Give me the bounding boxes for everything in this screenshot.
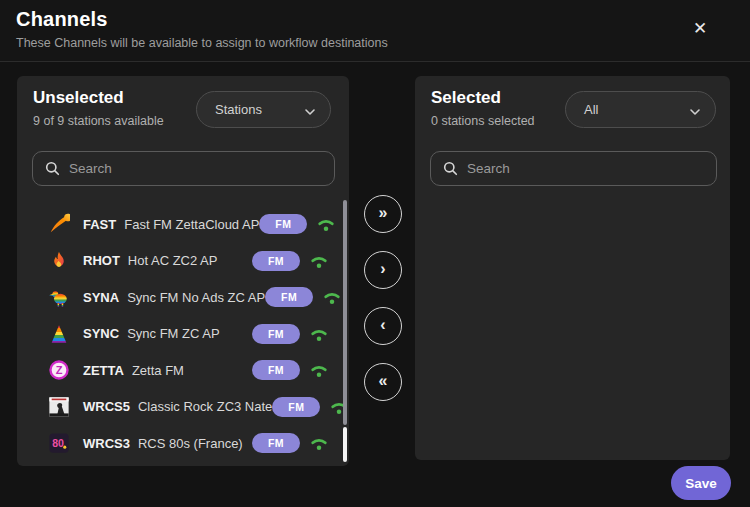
search-icon xyxy=(443,161,458,176)
save-button[interactable]: Save xyxy=(671,466,731,500)
transfer-button-column: »›‹« xyxy=(364,195,402,401)
close-icon[interactable]: ✕ xyxy=(690,19,710,39)
stations-filter-dropdown[interactable]: Stations xyxy=(196,91,331,128)
wifi-icon xyxy=(316,214,336,234)
scrollbar-thumb-end[interactable] xyxy=(343,427,347,462)
modal-subtitle: These Channels will be available to assi… xyxy=(16,36,388,50)
stations-filter-value: Stations xyxy=(215,102,262,117)
station-name: Sync FM ZC AP xyxy=(127,326,219,341)
list-scrollbar[interactable] xyxy=(343,200,347,462)
all-filter-dropdown[interactable]: All xyxy=(565,91,716,128)
move-right-button[interactable]: › xyxy=(364,251,402,289)
search-input[interactable] xyxy=(467,161,704,176)
station-code: WRCS3 xyxy=(83,436,130,451)
station-name: Zetta FM xyxy=(132,363,184,378)
scrollbar-thumb[interactable] xyxy=(343,200,347,425)
unselected-station-list: FASTFast FM ZettaCloud APFMRHOTHot AC ZC… xyxy=(17,206,349,462)
chevron-down-icon xyxy=(304,104,316,116)
station-code: WRCS5 xyxy=(83,399,130,414)
fm-badge: FM xyxy=(272,397,320,417)
wifi-icon xyxy=(309,251,329,271)
selected-search xyxy=(430,151,717,186)
selected-title: Selected xyxy=(431,88,501,108)
station-row[interactable]: SYNCSync FM ZC APFM xyxy=(17,316,349,353)
station-code: SYNC xyxy=(83,326,119,341)
all-filter-value: All xyxy=(584,102,598,117)
station-name: Fast FM ZettaCloud AP xyxy=(124,217,259,232)
wifi-icon xyxy=(309,433,329,453)
station-code: RHOT xyxy=(83,253,120,268)
unselected-search xyxy=(32,151,335,186)
flame-icon xyxy=(48,250,70,272)
station-name: Classic Rock ZC3 Nate xyxy=(138,399,272,414)
wifi-icon xyxy=(322,287,342,307)
chevron-down-icon xyxy=(689,104,701,116)
station-name: Sync FM No Ads ZC AP xyxy=(127,290,265,305)
station-name: Hot AC ZC2 AP xyxy=(128,253,218,268)
modal-header: Channels These Channels will be availabl… xyxy=(0,0,750,62)
wifi-icon xyxy=(309,360,329,380)
station-row[interactable]: FASTFast FM ZettaCloud APFM xyxy=(17,206,349,243)
svg-text:80: 80 xyxy=(52,437,64,449)
cone-icon xyxy=(48,323,70,345)
station-row[interactable]: WRCS5Classic Rock ZC3 NateFM xyxy=(17,389,349,426)
unselected-panel: Unselected 9 of 9 stations available Sta… xyxy=(17,76,349,466)
move-left-button[interactable]: ‹ xyxy=(364,307,402,345)
search-icon xyxy=(45,161,60,176)
svg-text:Z: Z xyxy=(56,364,63,376)
station-code: SYNA xyxy=(83,290,119,305)
move-all-left-button[interactable]: « xyxy=(364,363,402,401)
search-input[interactable] xyxy=(69,161,322,176)
fm-badge: FM xyxy=(252,360,300,380)
wifi-icon xyxy=(309,324,329,344)
unselected-title: Unselected xyxy=(33,88,124,108)
selected-panel: Selected 0 stations selected All xyxy=(415,76,730,460)
album-icon xyxy=(48,396,70,418)
page-title: Channels xyxy=(16,8,108,31)
station-name: RCS 80s (France) xyxy=(138,436,243,451)
station-code: ZETTA xyxy=(83,363,124,378)
station-row[interactable]: RHOTHot AC ZC2 APFM xyxy=(17,243,349,280)
fm-badge: FM xyxy=(259,214,307,234)
fm-badge: FM xyxy=(252,324,300,344)
unselected-count: 9 of 9 stations available xyxy=(33,114,164,128)
station-row[interactable]: SYNASync FM No Ads ZC APFM xyxy=(17,279,349,316)
station-code: FAST xyxy=(83,217,116,232)
eighties-icon: 80 xyxy=(48,432,70,454)
kiwi-icon xyxy=(48,286,70,308)
comet-icon xyxy=(48,213,70,235)
selected-count: 0 stations selected xyxy=(431,114,535,128)
fm-badge: FM xyxy=(265,287,313,307)
move-all-right-button[interactable]: » xyxy=(364,195,402,233)
zetta-icon: Z xyxy=(48,359,70,381)
fm-badge: FM xyxy=(252,251,300,271)
station-row[interactable]: ZZETTAZetta FMFM xyxy=(17,352,349,389)
fm-badge: FM xyxy=(252,433,300,453)
station-row[interactable]: 80WRCS3RCS 80s (France)FM xyxy=(17,425,349,462)
